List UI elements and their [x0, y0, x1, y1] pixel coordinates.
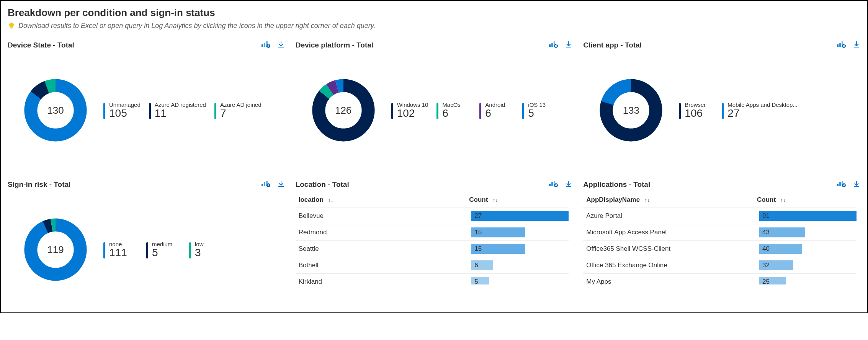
- tip-text: Download results to Excel or open query …: [18, 22, 376, 30]
- cell-name: Bellevue: [299, 212, 472, 220]
- table-row[interactable]: My Apps25: [583, 274, 857, 284]
- table-row[interactable]: Azure Portal91: [583, 208, 857, 224]
- donut-total: 130: [23, 78, 88, 143]
- svg-rect-15: [555, 45, 556, 47]
- legend-item: medium5: [146, 241, 181, 259]
- cell-count: 5: [471, 277, 569, 284]
- table-row[interactable]: Office365 Shell WCSS-Client40: [583, 241, 857, 257]
- table-row[interactable]: Microsoft App Access Panel43: [583, 224, 857, 241]
- legend-item: Android6: [479, 101, 514, 119]
- panel-title: Client app - Total: [583, 41, 642, 49]
- cell-name: Office365 Shell WCSS-Client: [586, 245, 759, 253]
- legend-item: MacOs6: [436, 101, 471, 119]
- legend-item: iOS 135: [522, 101, 557, 119]
- legend-item: Windows 10102: [391, 101, 428, 119]
- svg-point-32: [266, 183, 270, 187]
- svg-rect-12: [551, 43, 553, 47]
- svg-rect-39: [551, 182, 553, 186]
- table-row[interactable]: Bellevue27: [296, 208, 569, 224]
- cell-name: Office 365 Exchange Online: [586, 262, 759, 269]
- legend-color-bar: [679, 103, 681, 119]
- download-icon[interactable]: [277, 180, 285, 189]
- legend-item: low3: [189, 241, 224, 259]
- panel-device_platform: Device platform - Total 126Windows 10102…: [296, 41, 573, 168]
- panel-location: Location - Total location↑↓Count↑↓Bellev…: [296, 180, 573, 307]
- analytics-icon[interactable]: [549, 41, 558, 50]
- cell-name: Redmond: [299, 229, 472, 236]
- legend-value: 102: [397, 107, 428, 119]
- analytics-icon[interactable]: [261, 180, 270, 189]
- download-icon[interactable]: [277, 41, 285, 50]
- column-header-count[interactable]: Count: [757, 196, 776, 204]
- svg-rect-29: [262, 184, 263, 186]
- download-icon[interactable]: [853, 41, 860, 50]
- cell-count: 91: [759, 211, 857, 221]
- table-row[interactable]: Seattle15: [296, 241, 569, 257]
- svg-point-14: [554, 44, 558, 48]
- legend: Unmanaged105Azure AD registered11Azure A…: [103, 101, 285, 119]
- donut-total: 119: [23, 217, 88, 282]
- table-scroll[interactable]: Bellevue27Redmond15Seattle15Bothell6Kirk…: [296, 208, 569, 284]
- analytics-icon[interactable]: [837, 180, 846, 189]
- svg-rect-30: [264, 182, 265, 186]
- download-icon[interactable]: [853, 180, 860, 189]
- legend-item: Azure AD registered11: [149, 101, 206, 119]
- table-row[interactable]: Kirkland5: [296, 274, 569, 284]
- cell-name: Microsoft App Access Panel: [586, 229, 759, 236]
- sort-icon[interactable]: ↑↓: [644, 197, 650, 203]
- donut-chart: 126: [311, 78, 376, 143]
- svg-point-5: [266, 44, 270, 48]
- table-row[interactable]: Redmond15: [296, 224, 569, 241]
- panel-signin_risk: Sign-in risk - Total 119none111medium5lo…: [8, 180, 285, 307]
- legend-value: 5: [152, 247, 172, 259]
- sort-icon[interactable]: ↑↓: [328, 197, 333, 203]
- cell-name: Bothell: [299, 262, 472, 269]
- legend-item: Mobile Apps and Desktop...27: [722, 101, 798, 119]
- svg-rect-2: [262, 44, 263, 47]
- table-row[interactable]: Bothell6: [296, 257, 569, 274]
- svg-rect-21: [837, 44, 839, 47]
- svg-rect-45: [839, 182, 841, 186]
- cell-name: Seattle: [299, 245, 472, 253]
- svg-rect-49: [844, 184, 845, 186]
- legend-value: 5: [528, 107, 546, 119]
- svg-rect-22: [839, 43, 841, 47]
- table-row[interactable]: Office 365 Exchange Online32: [583, 257, 857, 274]
- analytics-icon[interactable]: [549, 180, 558, 189]
- cell-count: 6: [471, 260, 569, 270]
- table-header: location↑↓Count↑↓: [296, 192, 569, 208]
- table-scroll[interactable]: Azure Portal91Microsoft App Access Panel…: [583, 208, 857, 284]
- bulb-icon: [8, 22, 15, 30]
- legend-color-bar: [189, 242, 191, 258]
- analytics-icon[interactable]: [261, 41, 270, 50]
- analytics-icon[interactable]: [837, 41, 846, 50]
- panel-title: Sign-in risk - Total: [8, 180, 70, 189]
- panel-client_app: Client app - Total 133Browser106Mobile A…: [583, 41, 860, 168]
- column-header-count[interactable]: Count: [469, 196, 488, 204]
- donut-total: 133: [598, 78, 664, 143]
- sort-icon[interactable]: ↑↓: [492, 197, 498, 203]
- legend-color-bar: [479, 103, 481, 119]
- legend-color-bar: [436, 103, 438, 119]
- legend-color-bar: [103, 242, 105, 258]
- svg-rect-11: [549, 44, 551, 47]
- download-icon[interactable]: [565, 41, 572, 50]
- svg-rect-33: [268, 185, 268, 186]
- cell-count: 25: [759, 277, 857, 284]
- legend: Browser106Mobile Apps and Desktop...27: [679, 101, 860, 119]
- svg-rect-42: [555, 185, 556, 186]
- panel-device_state: Device State - Total 130Unmanaged105Azur…: [8, 41, 285, 168]
- legend-value: 7: [220, 107, 262, 119]
- sort-icon[interactable]: ↑↓: [780, 197, 786, 203]
- page-title: Breakdown per condition and sign-in stat…: [8, 7, 860, 19]
- column-header-name[interactable]: location: [299, 196, 324, 204]
- svg-rect-25: [843, 45, 844, 47]
- panel-title: Applications - Total: [583, 180, 650, 189]
- donut-chart: 130: [23, 78, 88, 143]
- legend-item: Unmanaged105: [103, 101, 141, 119]
- column-header-name[interactable]: AppDisplayName: [586, 196, 640, 204]
- download-icon[interactable]: [565, 180, 572, 189]
- svg-point-47: [842, 183, 846, 187]
- cell-name: Azure Portal: [586, 212, 759, 220]
- legend-color-bar: [103, 103, 105, 119]
